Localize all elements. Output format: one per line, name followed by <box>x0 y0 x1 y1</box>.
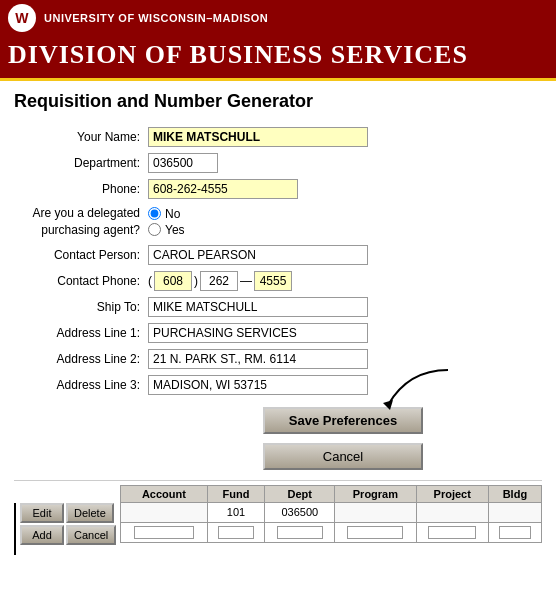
table-row: 101 036500 <box>121 502 542 522</box>
cell-fund-2 <box>207 522 265 542</box>
delete-button[interactable]: Delete <box>66 503 114 523</box>
col-account: Account <box>121 485 207 502</box>
ship-to-label: Ship To: <box>14 294 144 320</box>
university-name: UNIVERSITY OF WISCONSIN–MADISON <box>44 12 268 24</box>
table-row-empty <box>121 522 542 542</box>
cell-bldg-2 <box>488 522 541 542</box>
cell-account <box>121 502 207 522</box>
col-fund: Fund <box>207 485 265 502</box>
col-program: Program <box>335 485 417 502</box>
ship-to-input[interactable] <box>148 297 368 317</box>
your-name-input[interactable] <box>148 127 368 147</box>
address2-label: Address Line 2: <box>14 346 144 372</box>
uw-logo: W <box>8 4 36 32</box>
cell-program-2 <box>335 522 417 542</box>
contact-phone-number[interactable] <box>254 271 292 291</box>
add-cancel-row: Add Cancel <box>20 525 116 545</box>
your-name-label: Your Name: <box>14 124 144 150</box>
delegated-no-label[interactable]: No <box>148 207 538 221</box>
page-title: Requisition and Number Generator <box>14 91 542 112</box>
col-bldg: Bldg <box>488 485 541 502</box>
address1-input[interactable] <box>148 323 368 343</box>
phone-label: Phone: <box>14 176 144 202</box>
cell-program <box>335 502 417 522</box>
action-buttons: Edit Delete Add Cancel <box>20 503 116 545</box>
cell-bldg <box>488 502 541 522</box>
contact-phone-exchange[interactable] <box>200 271 238 291</box>
cell-dept: 036500 <box>265 502 335 522</box>
division-title: Division of Business Services <box>8 40 548 70</box>
address2-input[interactable] <box>148 349 368 369</box>
left-line-annotation <box>14 503 16 555</box>
cell-fund: 101 <box>207 502 265 522</box>
accounts-table: Account Fund Dept Program Project Bldg 1… <box>120 485 542 543</box>
delegated-yes-label[interactable]: Yes <box>148 223 538 237</box>
add-button[interactable]: Add <box>20 525 64 545</box>
col-dept: Dept <box>265 485 335 502</box>
contact-phone-group: ( ) — <box>148 271 538 291</box>
save-preferences-button[interactable]: Save Preferences <box>263 407 423 434</box>
address3-label: Address Line 3: <box>14 372 144 398</box>
delegated-no-radio[interactable] <box>148 207 161 220</box>
delegated-label: Are you a delegated purchasing agent? <box>14 202 144 242</box>
edit-delete-row: Edit Delete <box>20 503 116 523</box>
cell-project-2 <box>416 522 488 542</box>
table-cancel-button[interactable]: Cancel <box>66 525 116 545</box>
edit-button[interactable]: Edit <box>20 503 64 523</box>
university-header: W UNIVERSITY OF WISCONSIN–MADISON <box>0 0 556 36</box>
address1-label: Address Line 1: <box>14 320 144 346</box>
save-button-row: Save Preferences <box>148 401 538 437</box>
department-input[interactable] <box>148 153 218 173</box>
cell-dept-2 <box>265 522 335 542</box>
delegated-yes-radio[interactable] <box>148 223 161 236</box>
department-label: Department: <box>14 150 144 176</box>
bottom-table-wrap: Edit Delete Add Cancel Account Fund Dept… <box>14 485 542 555</box>
cell-project <box>416 502 488 522</box>
contact-phone-area[interactable] <box>154 271 192 291</box>
contact-person-label: Contact Person: <box>14 242 144 268</box>
main-content: Requisition and Number Generator Your Na… <box>0 81 556 565</box>
delegated-radio-group: No Yes <box>148 207 538 237</box>
col-project: Project <box>416 485 488 502</box>
phone-input[interactable] <box>148 179 298 199</box>
contact-phone-label: Contact Phone: <box>14 268 144 294</box>
division-header: Division of Business Services <box>0 36 556 81</box>
bottom-section: Edit Delete Add Cancel Account Fund Dept… <box>14 480 542 555</box>
cancel-button-row: Cancel <box>148 437 538 473</box>
preferences-form: Your Name: Department: Phone: Are you a … <box>14 124 542 476</box>
contact-person-input[interactable] <box>148 245 368 265</box>
cancel-button[interactable]: Cancel <box>263 443 423 470</box>
cell-account-2 <box>121 522 207 542</box>
address3-input[interactable] <box>148 375 368 395</box>
